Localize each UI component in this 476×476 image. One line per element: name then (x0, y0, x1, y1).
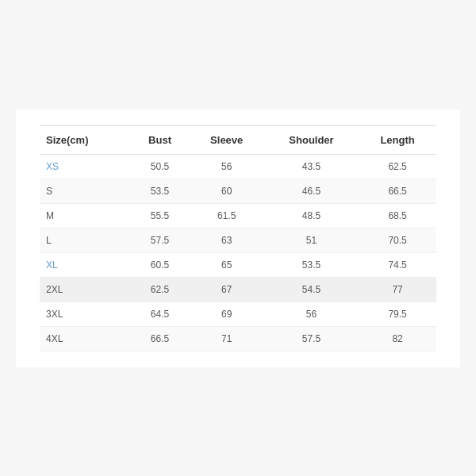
table-row: 2XL62.56754.577 (40, 277, 436, 301)
table-row: 4XL66.57157.582 (40, 326, 436, 351)
table-row: XL60.56553.574.5 (40, 252, 436, 277)
size-chart-container: Size(cm) Bust Sleeve Shoulder Length XS5… (16, 109, 460, 367)
cell-shoulder: 57.5 (264, 326, 359, 351)
cell-size: XS (40, 154, 131, 178)
header-length: Length (359, 125, 436, 154)
header-sleeve: Sleeve (190, 125, 264, 154)
cell-sleeve: 56 (190, 154, 264, 178)
cell-shoulder: 56 (264, 301, 359, 326)
cell-length: 77 (359, 277, 436, 301)
cell-size: 2XL (40, 277, 131, 301)
table-row: L57.5635170.5 (40, 228, 436, 252)
cell-size: L (40, 228, 131, 252)
cell-bust: 53.5 (131, 178, 190, 203)
table-row: M55.561.548.568.5 (40, 203, 436, 228)
cell-sleeve: 69 (190, 301, 264, 326)
header-bust: Bust (131, 125, 190, 154)
cell-sleeve: 61.5 (190, 203, 264, 228)
cell-bust: 50.5 (131, 154, 190, 178)
table-header-row: Size(cm) Bust Sleeve Shoulder Length (40, 125, 436, 154)
table-row: 3XL64.5695679.5 (40, 301, 436, 326)
cell-length: 62.5 (359, 154, 436, 178)
cell-length: 68.5 (359, 203, 436, 228)
cell-size: 3XL (40, 301, 131, 326)
table-row: XS50.55643.562.5 (40, 154, 436, 178)
cell-bust: 66.5 (131, 326, 190, 351)
cell-length: 79.5 (359, 301, 436, 326)
cell-bust: 62.5 (131, 277, 190, 301)
cell-length: 82 (359, 326, 436, 351)
size-chart-table: Size(cm) Bust Sleeve Shoulder Length XS5… (40, 125, 436, 351)
cell-bust: 60.5 (131, 252, 190, 277)
cell-shoulder: 46.5 (264, 178, 359, 203)
cell-size: S (40, 178, 131, 203)
table-row: S53.56046.566.5 (40, 178, 436, 203)
cell-length: 70.5 (359, 228, 436, 252)
header-shoulder: Shoulder (264, 125, 359, 154)
cell-shoulder: 48.5 (264, 203, 359, 228)
cell-bust: 55.5 (131, 203, 190, 228)
cell-bust: 64.5 (131, 301, 190, 326)
table-body: XS50.55643.562.5S53.56046.566.5M55.561.5… (40, 154, 436, 351)
cell-size: 4XL (40, 326, 131, 351)
cell-shoulder: 54.5 (264, 277, 359, 301)
cell-size: M (40, 203, 131, 228)
header-size: Size(cm) (40, 125, 131, 154)
cell-length: 66.5 (359, 178, 436, 203)
cell-bust: 57.5 (131, 228, 190, 252)
cell-sleeve: 60 (190, 178, 264, 203)
cell-sleeve: 65 (190, 252, 264, 277)
cell-length: 74.5 (359, 252, 436, 277)
cell-sleeve: 63 (190, 228, 264, 252)
cell-shoulder: 43.5 (264, 154, 359, 178)
cell-shoulder: 51 (264, 228, 359, 252)
cell-sleeve: 71 (190, 326, 264, 351)
cell-shoulder: 53.5 (264, 252, 359, 277)
cell-sleeve: 67 (190, 277, 264, 301)
cell-size: XL (40, 252, 131, 277)
